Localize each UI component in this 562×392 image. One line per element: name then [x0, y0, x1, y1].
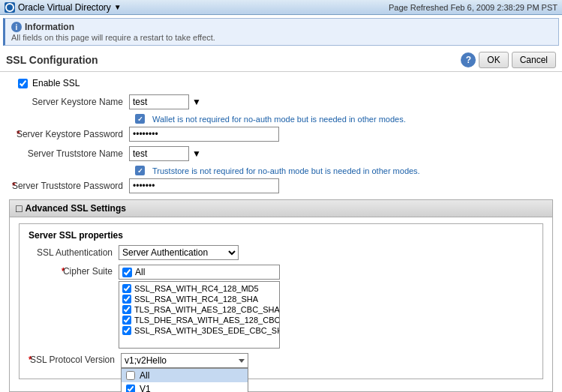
truststore-password-input[interactable]: [129, 178, 279, 193]
protocol-version-dropdown-list: All V1 V3 v: [121, 368, 248, 392]
protocol-all-label: All: [140, 370, 149, 381]
list-item: TLS_RSA_WITH_AES_128_CBC_SHA: [121, 304, 278, 315]
protocol-option-all[interactable]: All: [122, 369, 248, 382]
truststore-password-label: * Server Truststore Password: [9, 181, 129, 191]
info-bar: i Information All fields on this page wi…: [3, 18, 559, 46]
cipher-suite-row: * Cipher Suite All SSL_RSA_WITH_RC4_128_…: [29, 265, 533, 349]
cipher-suite-label: * Cipher Suite: [29, 265, 119, 277]
protocol-v1-label: V1: [140, 384, 151, 392]
advanced-ssl-header[interactable]: □ Advanced SSL Settings: [10, 200, 552, 217]
app-title: Oracle Virtual Directory: [18, 2, 111, 13]
cipher-all-item: All: [119, 265, 280, 280]
cipher-all-label: All: [135, 267, 145, 277]
list-item: SSL_RSA_WITH_RC4_128_SHA: [121, 294, 278, 304]
truststore-name-label: Server Truststore Name: [9, 148, 129, 159]
advanced-ssl-section: □ Advanced SSL Settings Server SSL prope…: [9, 199, 553, 392]
page-title: SSL Configuration: [6, 54, 98, 66]
truststore-tip-icon: ✓: [135, 166, 145, 175]
protocol-all-checkbox[interactable]: [126, 371, 135, 380]
truststore-password-label-text: Server Truststore Password: [12, 181, 123, 191]
info-message: All fields on this page will require a r…: [11, 33, 552, 42]
main-content: Enable SSL Server Keystore Name ▼ ✓ Wall…: [0, 72, 562, 392]
truststore-password-row: * Server Truststore Password: [9, 178, 553, 193]
truststore-tip-row: ✓ Truststore is not required for no-auth…: [9, 166, 553, 175]
cipher-item-checkbox-3[interactable]: [122, 316, 131, 325]
cipher-suite-container: All SSL_RSA_WITH_RC4_128_MD5 SSL_R: [119, 265, 280, 349]
cipher-listbox[interactable]: SSL_RSA_WITH_RC4_128_MD5 SSL_RSA_WITH_RC…: [119, 281, 280, 349]
cipher-item-checkbox-0[interactable]: [122, 284, 131, 293]
cipher-item-label-0: SSL_RSA_WITH_RC4_128_MD5: [134, 284, 259, 293]
cipher-item-checkbox-4[interactable]: [122, 326, 131, 335]
enable-ssl-checkbox[interactable]: [18, 79, 28, 88]
title-dropdown-arrow[interactable]: ▼: [114, 3, 122, 11]
enable-ssl-label: Enable SSL: [32, 78, 80, 88]
keystore-name-label: Server Keystore Name: [9, 97, 129, 107]
keystore-tip-text: Wallet is not required for no-auth mode …: [152, 115, 406, 124]
list-item: TLS_DHE_RSA_WITH_AES_128_CBC_S: [121, 315, 278, 325]
protocol-v1-checkbox[interactable]: [126, 385, 135, 392]
protocol-version-arrow-icon: [239, 359, 245, 363]
keystore-password-row: * Server Keystore Password: [9, 127, 553, 142]
protocol-option-v1[interactable]: V1: [122, 382, 248, 392]
info-icon: i: [11, 22, 22, 32]
truststore-tip-text: Truststore is not required for no-auth m…: [152, 166, 420, 175]
cipher-item-checkbox-1[interactable]: [122, 295, 131, 304]
ok-button[interactable]: OK: [479, 52, 508, 68]
cipher-item-label-1: SSL_RSA_WITH_RC4_128_SHA: [134, 295, 258, 304]
cancel-button[interactable]: Cancel: [512, 52, 556, 68]
enable-ssl-row: Enable SSL: [9, 78, 553, 88]
keystore-name-input[interactable]: [129, 94, 189, 109]
keystore-name-control: ▼: [129, 94, 201, 109]
cipher-all-checkbox[interactable]: [122, 268, 132, 277]
truststore-name-row: Server Truststore Name ▼: [9, 146, 553, 161]
refresh-timestamp: Page Refreshed Feb 6, 2009 2:38:29 PM PS…: [389, 3, 557, 12]
advanced-ssl-collapse-icon: □: [16, 202, 22, 214]
info-title: i Information: [11, 22, 552, 32]
cipher-item-label-3: TLS_DHE_RSA_WITH_AES_128_CBC_S: [134, 316, 280, 325]
truststore-name-dropdown[interactable]: ▼: [192, 148, 201, 159]
keystore-name-row: Server Keystore Name ▼: [9, 94, 553, 109]
protocol-version-row: * SSL Protocol Version v1;v2Hello All: [29, 353, 533, 368]
ssl-auth-select[interactable]: Server Authentication Mutual Authenticat…: [119, 245, 239, 260]
ssl-properties-box: Server SSL properties SSL Authentication…: [19, 223, 543, 379]
cipher-item-checkbox-2[interactable]: [122, 305, 131, 314]
protocol-version-trigger[interactable]: v1;v2Hello: [121, 353, 248, 368]
advanced-ssl-title: Advanced SSL Settings: [25, 203, 125, 214]
app-icon: [5, 2, 15, 13]
list-item: SSL_RSA_WITH_RC4_128_MD5: [121, 283, 278, 294]
cipher-item-label-4: SSL_RSA_WITH_3DES_EDE_CBC_SHA: [134, 326, 280, 335]
keystore-tip-icon: ✓: [135, 114, 145, 124]
ssl-auth-row: SSL Authentication Server Authentication…: [29, 245, 533, 260]
truststore-name-input[interactable]: [129, 146, 189, 161]
keystore-name-dropdown[interactable]: ▼: [192, 97, 201, 107]
title-bar: Oracle Virtual Directory ▼ Page Refreshe…: [0, 0, 562, 15]
keystore-tip-row: ✓ Wallet is not required for no-auth mod…: [9, 114, 553, 124]
keystore-password-input[interactable]: [129, 127, 279, 142]
info-heading: Information: [25, 22, 74, 32]
truststore-name-control: ▼: [129, 146, 201, 161]
page-header: SSL Configuration ? OK Cancel: [0, 47, 562, 72]
protocol-version-label: * SSL Protocol Version: [29, 353, 121, 365]
advanced-ssl-content: Server SSL properties SSL Authentication…: [10, 217, 552, 391]
ssl-auth-label: SSL Authentication: [29, 247, 119, 258]
header-buttons: ? OK Cancel: [461, 52, 556, 68]
list-item: SSL_RSA_WITH_3DES_EDE_CBC_SHA: [121, 325, 278, 336]
keystore-password-label-text: Server Keystore Password: [17, 129, 123, 139]
ssl-properties-title: Server SSL properties: [29, 230, 533, 241]
keystore-password-label: * Server Keystore Password: [9, 129, 129, 139]
cipher-item-label-2: TLS_RSA_WITH_AES_128_CBC_SHA: [134, 305, 280, 314]
help-button[interactable]: ?: [461, 52, 476, 67]
title-bar-left: Oracle Virtual Directory ▼: [5, 2, 122, 13]
protocol-version-value: v1;v2Hello: [125, 355, 167, 366]
protocol-version-dropdown-container: v1;v2Hello All V1: [121, 353, 248, 368]
cipher-listbox-wrapper: SSL_RSA_WITH_RC4_128_MD5 SSL_RSA_WITH_RC…: [119, 281, 280, 349]
